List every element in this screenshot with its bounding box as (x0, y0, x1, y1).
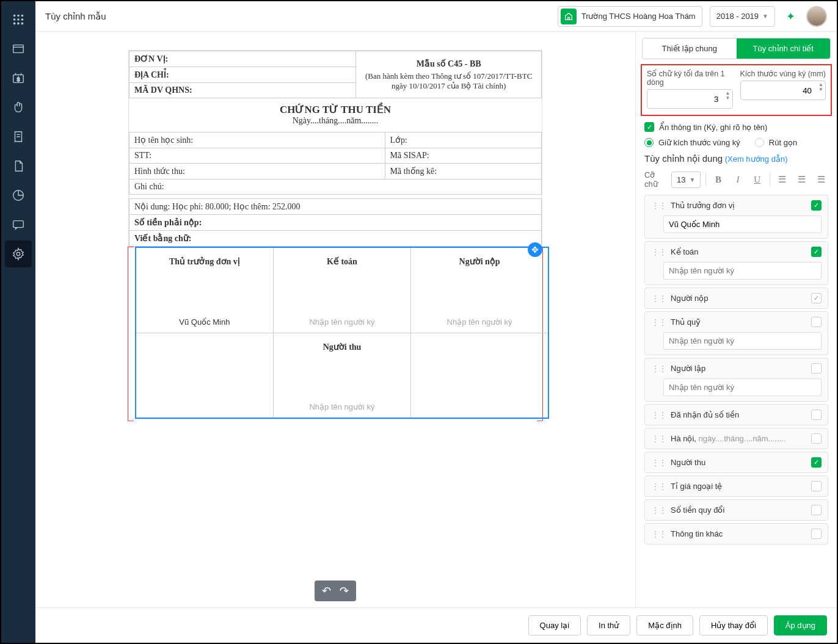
drag-handle-icon[interactable]: ⋮⋮ (651, 294, 666, 303)
item-checkbox[interactable] (811, 433, 822, 444)
signer-name-input[interactable] (663, 378, 822, 396)
apps-icon[interactable] (5, 6, 32, 33)
preview-area: ĐƠN VỊ: Mẫu số C45 - BB (Ban hành kèm th… (35, 32, 635, 607)
footer: Quay lại In thử Mặc định Hủy thay đổi Áp… (35, 607, 837, 643)
svg-text:$: $ (17, 77, 20, 82)
svg-point-14 (16, 252, 20, 256)
stepper-icon[interactable]: ▲▼ (726, 91, 731, 101)
hide-info-checkbox[interactable]: ✓ (644, 122, 654, 132)
signature-item: ⋮⋮Tỉ giá ngoại tệ (644, 476, 828, 497)
align-center-button[interactable]: ☰ (794, 171, 809, 188)
svg-point-8 (21, 23, 24, 25)
chart-icon[interactable] (5, 182, 32, 209)
svg-point-6 (13, 23, 16, 25)
fee-icon[interactable]: $ (5, 65, 32, 92)
chevron-down-icon: ▼ (762, 13, 768, 20)
svg-point-2 (21, 15, 24, 17)
dashboard-icon[interactable] (5, 35, 32, 62)
panel-tabs: Thiết lập chung Tùy chỉnh chi tiết (642, 38, 831, 59)
receipt-icon[interactable] (5, 123, 32, 150)
apply-button[interactable]: Áp dụng (774, 615, 827, 635)
chevron-down-icon: ▼ (689, 176, 695, 183)
highlighted-settings: Số chữ ký tối đa trên 1 dòng ▲▼ Kích thư… (641, 64, 832, 116)
left-sidebar: $ (1, 1, 35, 643)
year-selector[interactable]: 2018 - 2019▼ (710, 6, 775, 27)
svg-point-1 (17, 15, 20, 17)
move-handle-icon[interactable]: ✥ (528, 242, 542, 257)
item-checkbox[interactable] (811, 505, 822, 515)
signature-items-list: ⋮⋮Thủ trưởng đơn vị✓⋮⋮Kế toán✓⋮⋮Người nộ… (644, 195, 828, 545)
underline-button[interactable]: U (750, 171, 765, 188)
signature-block[interactable]: ✥ Thủ trưởng đơn vịVũ Quốc Minh Kế toánN… (128, 247, 542, 419)
item-checkbox[interactable]: ✓ (811, 247, 822, 257)
chat-icon[interactable] (5, 211, 32, 238)
signer-name-input[interactable] (663, 332, 822, 350)
user-avatar[interactable] (806, 6, 827, 27)
school-icon (561, 9, 577, 24)
signature-item: ⋮⋮Kế toán✓ (644, 241, 828, 285)
drag-handle-icon[interactable]: ⋮⋮ (651, 505, 666, 515)
signature-item: ⋮⋮Thủ trưởng đơn vị✓ (644, 195, 828, 239)
tab-detail[interactable]: Tùy chỉnh chi tiết (737, 38, 831, 59)
svg-rect-9 (13, 45, 24, 53)
undo-icon[interactable]: ↶ (322, 584, 331, 598)
school-selector[interactable]: Trường THCS Hoàng Hoa Thám (558, 6, 702, 27)
settings-icon[interactable] (5, 241, 32, 267)
align-right-button[interactable]: ☰ (814, 171, 828, 188)
item-checkbox[interactable] (811, 410, 822, 420)
drag-handle-icon[interactable]: ⋮⋮ (651, 529, 666, 539)
drag-handle-icon[interactable]: ⋮⋮ (651, 364, 666, 374)
align-left-button[interactable]: ☰ (775, 171, 790, 188)
item-checkbox[interactable] (811, 481, 822, 491)
signature-item: ⋮⋮Thủ quỹ (644, 311, 828, 355)
format-toolbar: Cỡ chữ 13▼ B I U ☰ ☰ ☰ (644, 170, 828, 189)
magic-wand-icon[interactable]: ✦ (782, 10, 799, 23)
stepper-icon[interactable]: ▲▼ (818, 82, 823, 92)
doc-title: CHỨNG TỪ THU TIỀN (129, 98, 542, 116)
item-checkbox[interactable] (811, 529, 822, 539)
item-checkbox[interactable] (811, 317, 822, 327)
cancel-button[interactable]: Hủy thay đổi (699, 615, 768, 635)
signature-item: ⋮⋮Đã nhận đủ số tiền (644, 404, 828, 425)
redo-icon[interactable]: ↷ (340, 584, 349, 598)
print-button[interactable]: In thử (587, 615, 630, 635)
drag-handle-icon[interactable]: ⋮⋮ (651, 317, 666, 327)
side-panel: Thiết lập chung Tùy chỉnh chi tiết Số ch… (635, 32, 837, 607)
bold-button[interactable]: B (711, 171, 726, 188)
svg-point-3 (13, 18, 16, 21)
drag-handle-icon[interactable]: ⋮⋮ (651, 247, 666, 257)
signature-item: ⋮⋮Số tiền quy đổi (644, 499, 828, 521)
item-checkbox[interactable] (811, 363, 822, 374)
font-size-select[interactable]: 13▼ (671, 172, 701, 188)
doc-icon[interactable] (5, 153, 32, 179)
default-button[interactable]: Mặc định (636, 615, 693, 635)
signature-item: ⋮⋮Thông tin khác (644, 523, 828, 545)
back-button[interactable]: Quay lại (528, 615, 581, 635)
hand-icon[interactable] (5, 94, 32, 121)
item-checkbox[interactable]: ✓ (811, 293, 822, 303)
tab-general[interactable]: Thiết lập chung (643, 38, 737, 59)
drag-handle-icon[interactable]: ⋮⋮ (651, 201, 666, 211)
signature-size-input[interactable] (740, 81, 826, 100)
drag-handle-icon[interactable]: ⋮⋮ (651, 410, 666, 420)
item-checkbox[interactable]: ✓ (811, 457, 822, 468)
page-title: Tùy chỉnh mẫu (45, 11, 550, 22)
document-preview: ĐƠN VỊ: Mẫu số C45 - BB (Ban hành kèm th… (128, 50, 542, 419)
item-checkbox[interactable]: ✓ (811, 200, 822, 211)
school-name: Trường THCS Hoàng Hoa Thám (581, 12, 696, 21)
shrink-radio[interactable] (755, 138, 764, 147)
drag-handle-icon[interactable]: ⋮⋮ (651, 434, 666, 444)
signature-item: ⋮⋮Người nộp✓ (644, 288, 828, 309)
signer-name-input[interactable] (663, 262, 822, 280)
drag-handle-icon[interactable]: ⋮⋮ (651, 482, 666, 491)
signature-item: ⋮⋮Người thu✓ (644, 452, 828, 473)
svg-point-0 (13, 15, 16, 17)
guide-link[interactable]: (Xem hướng dẫn) (725, 154, 788, 164)
italic-button[interactable]: I (731, 171, 745, 188)
signer-name-input[interactable] (663, 215, 822, 233)
svg-point-4 (17, 18, 20, 21)
drag-handle-icon[interactable]: ⋮⋮ (651, 458, 666, 468)
max-signatures-input[interactable] (647, 89, 733, 109)
keep-size-radio[interactable] (644, 138, 654, 147)
signature-item: ⋮⋮Hà nội, ngày....tháng....năm........ (644, 428, 828, 449)
